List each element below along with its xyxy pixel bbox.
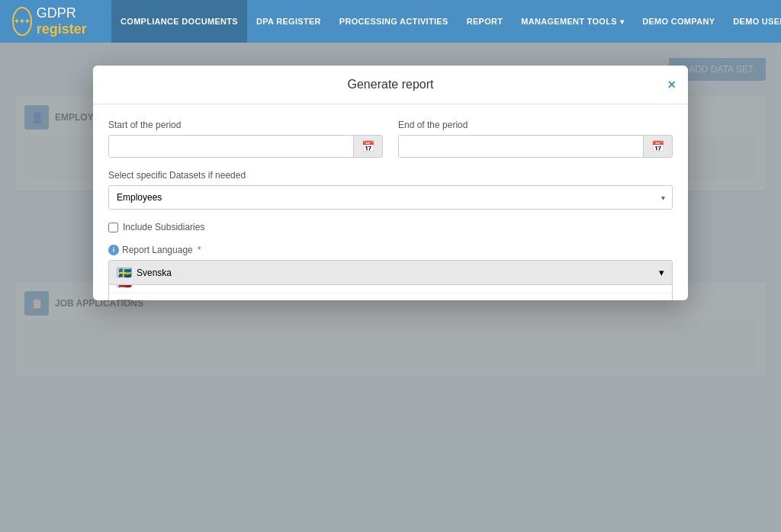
dataset-select-wrapper: Employees ▾ bbox=[108, 185, 673, 210]
nav-report[interactable]: REPORT bbox=[458, 0, 513, 43]
end-period-group: End of the period 📅 bbox=[398, 120, 673, 158]
start-period-calendar-btn[interactable]: 📅 bbox=[353, 136, 382, 157]
required-star: * bbox=[198, 245, 201, 255]
nav-demo-user[interactable]: DEMO USER bbox=[724, 0, 781, 43]
modal-body: Start of the period 📅 End of the period … bbox=[93, 104, 688, 300]
report-language-label-text: Report Language bbox=[122, 245, 193, 255]
end-period-label: End of the period bbox=[398, 120, 673, 130]
period-row: Start of the period 📅 End of the period … bbox=[108, 120, 673, 158]
nav-dpa-register[interactable]: DPA REGISTER bbox=[247, 0, 330, 43]
brand-name: GDPR register bbox=[37, 5, 96, 37]
info-icon: i bbox=[108, 245, 119, 255]
language-option-lt[interactable]: 🇱🇹Lietuviu bbox=[109, 293, 672, 300]
nav-compliance-documents[interactable]: COMPLIANCE DOCUMENTS bbox=[111, 0, 247, 43]
brand-logo-area[interactable]: ✦✦✦ GDPR register bbox=[12, 5, 96, 37]
end-period-input-wrapper: 📅 bbox=[398, 135, 673, 158]
start-period-group: Start of the period 📅 bbox=[108, 120, 383, 158]
dataset-select[interactable]: Employees bbox=[108, 185, 673, 210]
modal-overlay: Generate report × Start of the period 📅 bbox=[0, 43, 781, 532]
include-subsidiaries-label[interactable]: Include Subsidiaries bbox=[123, 222, 204, 232]
report-language-group: i Report Language * 🇸🇪 Svenska ▾ bbox=[108, 245, 673, 285]
language-dropdown-arrow: ▾ bbox=[659, 267, 664, 278]
language-option-lv[interactable]: 🇱🇻Latviešu bbox=[109, 285, 672, 293]
dataset-label: Select specific Datasets if needed bbox=[108, 170, 673, 181]
nav-management-tools[interactable]: MANAGEMENT TOOLS bbox=[512, 0, 633, 43]
flag-lt: 🇱🇹 bbox=[117, 300, 132, 301]
generate-report-modal: Generate report × Start of the period 📅 bbox=[93, 66, 688, 300]
end-period-input[interactable] bbox=[399, 136, 643, 157]
include-subsidiaries-row: Include Subsidiaries bbox=[108, 222, 673, 232]
navbar: ✦✦✦ GDPR register COMPLIANCE DOCUMENTS D… bbox=[0, 0, 781, 43]
language-label-lv: Latviešu bbox=[138, 285, 172, 287]
nav-demo-company[interactable]: DEMO COMPANY bbox=[633, 0, 724, 43]
modal-header: Generate report × bbox=[93, 66, 688, 104]
start-period-input-wrapper: 📅 bbox=[108, 135, 383, 158]
include-subsidiaries-checkbox[interactable] bbox=[108, 223, 118, 232]
nav-right: MANAGEMENT TOOLS DEMO COMPANY DEMO USER bbox=[512, 0, 781, 43]
selected-language-label: Svenska bbox=[137, 268, 172, 278]
selected-flag: 🇸🇪 bbox=[117, 268, 132, 277]
modal-title: Generate report bbox=[348, 78, 434, 91]
brand-logo: ✦✦✦ bbox=[12, 7, 32, 36]
language-label-lt: Lietuviu bbox=[138, 299, 169, 300]
language-select-container: 🇸🇪 Svenska ▾ 🇫🇷Français🇩🇪Deutsch🇬🇷Ελληνι… bbox=[108, 260, 673, 285]
language-selected-display[interactable]: 🇸🇪 Svenska ▾ bbox=[108, 260, 673, 285]
dataset-group: Select specific Datasets if needed Emplo… bbox=[108, 170, 673, 210]
main-content: + ADD DATA SET 👤 EMPLOYEES 📋 JOB APPLICA… bbox=[0, 43, 781, 532]
flag-lv: 🇱🇻 bbox=[117, 285, 132, 287]
language-selected-inner: 🇸🇪 Svenska bbox=[117, 268, 172, 278]
start-period-label: Start of the period bbox=[108, 120, 383, 130]
report-language-label-row: i Report Language * bbox=[108, 245, 673, 255]
start-period-input[interactable] bbox=[109, 136, 353, 157]
modal-close-button[interactable]: × bbox=[667, 77, 676, 93]
nav-processing-activities[interactable]: PROCESSING ACTIVITIES bbox=[330, 0, 458, 43]
end-period-calendar-btn[interactable]: 📅 bbox=[643, 136, 672, 157]
language-dropdown-list[interactable]: 🇫🇷Français🇩🇪Deutsch🇬🇷Ελληνικά🇭🇺Hungarian… bbox=[108, 285, 673, 300]
